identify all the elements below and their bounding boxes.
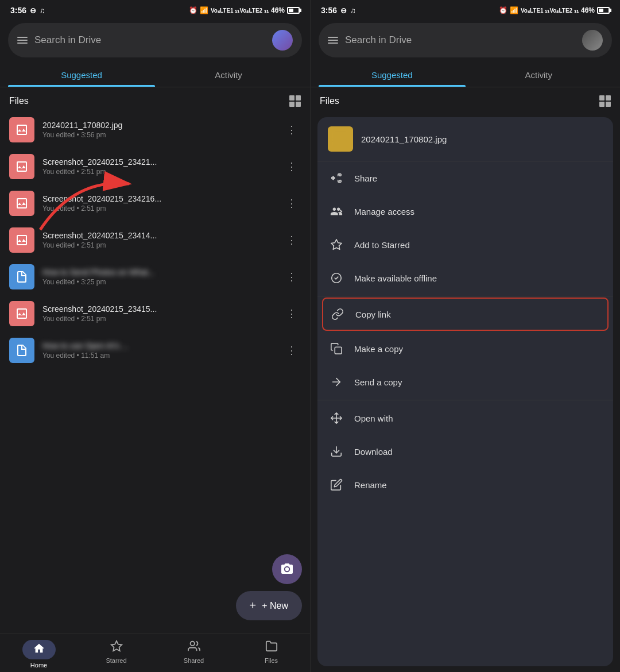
more-button-0[interactable]: ⋮ [283, 120, 301, 140]
menu-item-offline[interactable]: Make available offline [317, 261, 613, 295]
menu-item-copy-link[interactable]: Copy link [322, 298, 609, 331]
menu-label-download: Download [354, 447, 393, 457]
new-fab-button[interactable]: + + New [236, 591, 302, 620]
share-icon [329, 171, 344, 186]
nav-files[interactable]: Files [232, 640, 310, 669]
menu-label-make-copy: Make a copy [354, 344, 403, 354]
nav-starred[interactable]: Starred [78, 640, 155, 669]
time-left: 3:56 [10, 6, 26, 15]
menu-label-offline: Make available offline [354, 273, 437, 283]
new-fab-plus-icon: + [250, 599, 257, 612]
menu-label-manage-access: Manage access [354, 207, 414, 217]
file-item-3[interactable]: Screenshot_20240215_23414... You edited … [0, 222, 310, 258]
music-icon: ♫ [40, 6, 45, 15]
offline-icon [329, 271, 344, 285]
svg-point-1 [190, 642, 194, 646]
menu-item-add-starred[interactable]: Add to Starred [317, 228, 613, 261]
tab-activity-right[interactable]: Activity [466, 63, 613, 87]
menu-item-make-copy[interactable]: Make a copy [317, 332, 613, 365]
files-title-left: Files [9, 96, 29, 106]
signal-icon-right: Vo₄LTE1 ₁₁Vo₄LTE2 ₁₁ [521, 7, 579, 14]
camera-fab-button[interactable] [272, 554, 302, 584]
nav-files-label: Files [265, 657, 278, 664]
files-header-right: Files [311, 87, 620, 111]
hamburger-menu-left[interactable] [17, 37, 28, 44]
grid-view-toggle-right[interactable] [599, 95, 611, 107]
tabs-left: Suggested Activity [0, 63, 310, 87]
menu-item-send-copy[interactable]: Send a copy [317, 365, 613, 399]
tab-suggested-left[interactable]: Suggested [8, 63, 155, 87]
file-meta-4: You edited • 3:25 pm [42, 278, 275, 286]
more-button-3[interactable]: ⋮ [283, 230, 301, 250]
file-item-2[interactable]: Screenshot_20240215_234216... You edited… [0, 185, 310, 222]
more-button-4[interactable]: ⋮ [283, 267, 301, 287]
new-fab-label: + New [262, 601, 288, 611]
file-info-2: Screenshot_20240215_234216... You edited… [42, 194, 275, 213]
nav-starred-label: Starred [106, 657, 126, 664]
files-title-right: Files [320, 96, 339, 106]
file-item-5[interactable]: Screenshot_20240215_23415... You edited … [0, 295, 310, 332]
nav-starred-icon [110, 640, 123, 655]
file-thumb-2 [9, 191, 34, 216]
more-button-1[interactable]: ⋮ [283, 157, 301, 176]
file-thumb-0 [9, 117, 34, 142]
menu-item-manage-access[interactable]: Manage access [317, 195, 613, 228]
download-icon [329, 444, 344, 459]
right-panel: 3:56 ⊖ ♫ ⏰ 📶 Vo₄LTE1 ₁₁Vo₄LTE2 ₁₁ 46% Se… [310, 0, 620, 672]
avatar-right[interactable] [582, 30, 603, 51]
nav-shared[interactable]: Shared [155, 640, 232, 669]
battery-text-left: 46% [271, 6, 285, 14]
files-header-left: Files [0, 87, 310, 111]
nav-files-icon [265, 640, 278, 655]
menu-divider-1 [317, 296, 613, 296]
battery-icon-right [597, 7, 610, 14]
more-button-5[interactable]: ⋮ [283, 304, 301, 323]
svg-rect-6 [335, 347, 342, 354]
file-item-6[interactable]: How to use Open AI's ... You edited • 11… [0, 332, 310, 369]
nav-home[interactable]: Home [0, 640, 78, 669]
status-time-left: 3:56 ⊖ ♫ [10, 6, 45, 15]
time-right: 3:56 [321, 6, 337, 15]
music-icon-right: ♫ [350, 6, 356, 15]
file-meta-0: You edited • 3:56 pm [42, 131, 275, 139]
search-input-right[interactable]: Search in Drive [345, 34, 575, 46]
wifi-icon: 📶 [200, 6, 208, 14]
file-item-0[interactable]: 20240211_170802.jpg You edited • 3:56 pm… [0, 111, 310, 148]
status-bar-right: 3:56 ⊖ ♫ ⏰ 📶 Vo₄LTE1 ₁₁Vo₄LTE2 ₁₁ 46% [311, 0, 620, 18]
menu-label-add-starred: Add to Starred [354, 240, 410, 250]
tab-suggested-right[interactable]: Suggested [319, 63, 466, 87]
grid-view-toggle-left[interactable] [289, 95, 301, 107]
file-meta-1: You edited • 2:51 pm [42, 168, 275, 176]
file-meta-5: You edited • 2:51 pm [42, 315, 275, 323]
tabs-right: Suggested Activity [311, 63, 620, 87]
menu-item-download[interactable]: Download [317, 435, 613, 468]
file-item-1[interactable]: Screenshot_20240215_23421... You edited … [0, 148, 310, 185]
menu-item-rename[interactable]: Rename [317, 468, 613, 501]
file-thumb-4 [9, 264, 34, 289]
do-not-disturb-icon-right: ⊖ [340, 6, 347, 15]
file-info-5: Screenshot_20240215_23415... You edited … [42, 304, 275, 323]
alarm-icon: ⏰ [189, 6, 197, 14]
avatar-left[interactable] [272, 30, 293, 51]
menu-item-share[interactable]: Share [317, 161, 613, 195]
do-not-disturb-icon: ⊖ [30, 6, 36, 15]
file-info-4: How to Send Photos on What... You edited… [42, 268, 275, 286]
rename-icon [329, 477, 344, 492]
menu-item-open-with[interactable]: Open with [317, 401, 613, 435]
status-icons-left: ⏰ 📶 Vo₄LTE1 ₁₁Vo₄LTE2 ₁₁ 46% [189, 6, 300, 14]
search-input-left[interactable]: Search in Drive [34, 34, 265, 46]
more-button-2[interactable]: ⋮ [283, 194, 301, 213]
battery-icon-left [287, 7, 300, 14]
menu-label-share: Share [354, 173, 377, 183]
more-button-6[interactable]: ⋮ [283, 341, 301, 360]
hamburger-menu-right[interactable] [328, 37, 338, 44]
menu-label-copy-link: Copy link [355, 310, 391, 319]
menu-label-rename: Rename [354, 480, 387, 490]
search-bar-right[interactable]: Search in Drive [319, 23, 612, 57]
wifi-icon-right: 📶 [510, 6, 518, 14]
status-icons-right: ⏰ 📶 Vo₄LTE1 ₁₁Vo₄LTE2 ₁₁ 46% [499, 6, 610, 14]
search-bar-left[interactable]: Search in Drive [8, 23, 302, 57]
file-item-4[interactable]: How to Send Photos on What... You edited… [0, 258, 310, 295]
tab-activity-left[interactable]: Activity [155, 63, 302, 87]
file-info-6: How to use Open AI's ... You edited • 11… [42, 341, 275, 360]
